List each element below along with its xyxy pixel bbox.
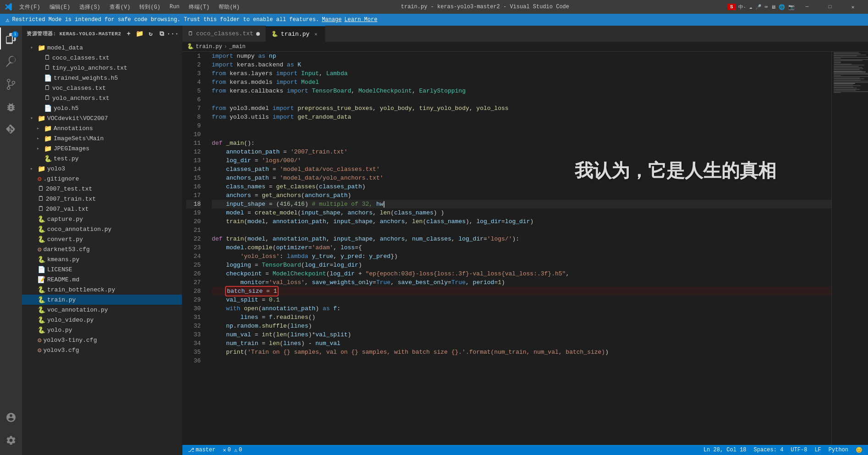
titlebar: 文件(F) 编辑(E) 选择(S) 查看(V) 转到(G) Run 终端(T) … — [0, 0, 868, 14]
activity-account[interactable] — [0, 406, 22, 428]
tree-item-model-data[interactable]: ▾ 📁 model_data — [22, 43, 182, 53]
tab-coco-classes[interactable]: 🗒 coco_classes.txt — [182, 26, 266, 42]
code-line-15: anchors_path = 'model_data/yolo_anchors.… — [212, 174, 831, 182]
menu-select[interactable]: 选择(S) — [77, 3, 103, 11]
tree-item-readme[interactable]: 📝 README.md — [22, 274, 182, 285]
tab-train-py[interactable]: 🐍 train.py ✕ — [266, 26, 325, 42]
tree-item-yolo-py[interactable]: 🐍 yolo.py — [22, 325, 182, 335]
file-icon: 🗒 — [44, 84, 50, 92]
code-line-6 — [212, 95, 831, 104]
tree-item-yolo-h5[interactable]: 📄 yolo.h5 — [22, 103, 182, 113]
tree-item-label: 2007_test.txt — [46, 186, 92, 192]
notif-learn-link[interactable]: Learn More — [344, 16, 377, 23]
tree-item-capture[interactable]: 🐍 capture.py — [22, 214, 182, 224]
breadcrumb-symbol[interactable]: _main — [229, 44, 246, 50]
menu-terminal[interactable]: 终端(T) — [186, 3, 213, 11]
tab-close-button[interactable]: ✕ — [312, 30, 319, 38]
status-errors[interactable]: ✕ 0 ⚠ 0 — [221, 445, 244, 455]
file-icon: 🐍 — [38, 306, 45, 314]
code-editor[interactable]: import numpy as np import keras.backend … — [204, 52, 831, 445]
file-icon: 📄 — [38, 266, 45, 274]
menu-run[interactable]: Run — [167, 4, 182, 10]
activity-explorer[interactable]: 1 — [0, 27, 22, 49]
activity-source-control[interactable] — [0, 73, 22, 95]
tree-item-yolov3-tiny[interactable]: ⚙ yolov3-tiny.cfg — [22, 335, 182, 345]
new-file-button[interactable]: + — [124, 29, 133, 38]
tree-item-trained-weights[interactable]: 📄 trained_weights.h5 — [22, 73, 182, 83]
tree-item-imagesets[interactable]: ▸ 📁 ImageSets\Main — [22, 133, 182, 143]
activity-bar-bottom — [0, 406, 22, 455]
code-line-21 — [212, 226, 831, 235]
tree-item-2007-val[interactable]: 🗒 2007_val.txt — [22, 204, 182, 214]
tree-item-coco-classes[interactable]: 🗒 coco_classes.txt — [22, 53, 182, 63]
tree-item-2007-test[interactable]: 🗒 2007_test.txt — [22, 184, 182, 194]
status-feedback[interactable]: 😊 — [854, 445, 864, 455]
tree-item-annotations[interactable]: ▸ 📁 Annotations — [22, 123, 182, 133]
status-line-ending[interactable]: LF — [813, 445, 823, 455]
menu-help[interactable]: 帮助(H) — [216, 3, 242, 11]
tree-item-test-py[interactable]: 🐍 test.py — [22, 153, 182, 164]
tree-item-yolo-video[interactable]: 🐍 yolo_video.py — [22, 315, 182, 325]
tree-item-label: capture.py — [47, 216, 83, 223]
file-icon: 🐍 — [38, 225, 45, 233]
menu-view[interactable]: 查看(V) — [107, 3, 133, 11]
tree-item-yolo3[interactable]: ▸ 📁 yolo3 — [22, 164, 182, 174]
more-actions-button[interactable]: ··· — [168, 29, 177, 38]
activity-debug[interactable] — [0, 96, 22, 118]
activity-search[interactable] — [0, 50, 22, 72]
status-branch-name: master — [196, 447, 215, 453]
status-bar: ⎇ master ✕ 0 ⚠ 0 Ln 28, Col 18 Spaces: 4… — [182, 445, 868, 455]
tree-item-jpegimages[interactable]: ▸ 📁 JPEGImages — [22, 143, 182, 153]
code-area: 1 2 3 4 5 6 7 8 9 10 11 12 13 14 15 16 1… — [182, 52, 868, 445]
tree-item-voc-annotation[interactable]: 🐍 voc_annotation.py — [22, 305, 182, 315]
activity-extensions[interactable] — [0, 119, 22, 141]
breadcrumb-separator: › — [224, 44, 227, 50]
notif-manage-link[interactable]: Manage — [322, 16, 341, 23]
close-button[interactable]: ✕ — [842, 0, 863, 14]
code-line-29: val_split = 0.1 — [212, 296, 831, 304]
status-spaces[interactable]: Spaces: 4 — [752, 445, 786, 455]
tree-item-2007-train[interactable]: 🗒 2007_train.txt — [22, 194, 182, 204]
code-line-33: num_val = int(len(lines)*val_split) — [212, 330, 831, 339]
refresh-button[interactable]: ↻ — [146, 29, 155, 38]
code-line-26: checkpoint = ModelCheckpoint(log_dir + "… — [212, 269, 831, 278]
code-line-24: 'yolo_loss': lambda y_true, y_pred: y_pr… — [212, 252, 831, 261]
menu-goto[interactable]: 转到(G) — [137, 3, 163, 11]
tree-item-train-bottleneck[interactable]: 🐍 train_bottleneck.py — [22, 285, 182, 295]
chevron-right-icon: ▸ — [37, 146, 43, 151]
tree-item-gitignore[interactable]: ⚙ .gitignore — [22, 174, 182, 184]
breadcrumb-file[interactable]: train.py — [196, 44, 222, 50]
code-line-20: train(model, annotation_path, input_shap… — [212, 217, 831, 226]
tree-item-yolov3-cfg[interactable]: ⚙ yolov3.cfg — [22, 345, 182, 355]
collapse-button[interactable]: ⧉ — [157, 29, 166, 38]
tree-item-voc-classes[interactable]: 🗒 voc_classes.txt — [22, 83, 182, 93]
menu-edit[interactable]: 编辑(E) — [47, 3, 73, 11]
code-line-14: classes_path = 'model_data/voc_classes.t… — [212, 165, 831, 174]
file-icon: 🗒 — [44, 54, 50, 61]
status-language[interactable]: Python — [827, 445, 850, 455]
tree-item-license[interactable]: 📄 LICENSE — [22, 264, 182, 274]
tab-file-icon: 🐍 — [271, 31, 278, 38]
maximize-button[interactable]: □ — [819, 0, 841, 14]
status-branch[interactable]: ⎇ master — [186, 445, 217, 455]
file-icon: 🐍 — [38, 256, 45, 263]
tree-item-convert[interactable]: 🐍 convert.py — [22, 234, 182, 244]
tree-item-train[interactable]: 🐍 train.py — [22, 295, 182, 305]
folder-icon: 📁 — [44, 135, 52, 143]
file-icon: 🗒 — [38, 195, 44, 203]
tree-item-kmeans[interactable]: 🐍 kmeans.py — [22, 254, 182, 264]
menu-file[interactable]: 文件(F) — [16, 3, 43, 11]
tab-label: coco_classes.txt — [196, 30, 253, 37]
tree-item-tiny-yolo[interactable]: 🗒 tiny_yolo_anchors.txt — [22, 63, 182, 73]
status-encoding[interactable]: UTF-8 — [789, 445, 809, 455]
activity-settings[interactable] — [0, 429, 22, 451]
chevron-right-icon: ▸ — [37, 136, 43, 141]
minimize-button[interactable]: ─ — [797, 0, 818, 14]
status-line-col[interactable]: Ln 28, Col 18 — [702, 445, 748, 455]
tree-item-vocdevkit[interactable]: ▾ 📁 VOCdevkit\VOC2007 — [22, 113, 182, 123]
tree-item-label: coco_annotation.py — [47, 226, 111, 233]
tree-item-coco-annotation[interactable]: 🐍 coco_annotation.py — [22, 224, 182, 234]
tree-item-yolo-anchors[interactable]: 🗒 yolo_anchors.txt — [22, 93, 182, 103]
tree-item-darknet53[interactable]: ⚙ darknet53.cfg — [22, 244, 182, 254]
new-folder-button[interactable]: 📁 — [135, 29, 144, 38]
